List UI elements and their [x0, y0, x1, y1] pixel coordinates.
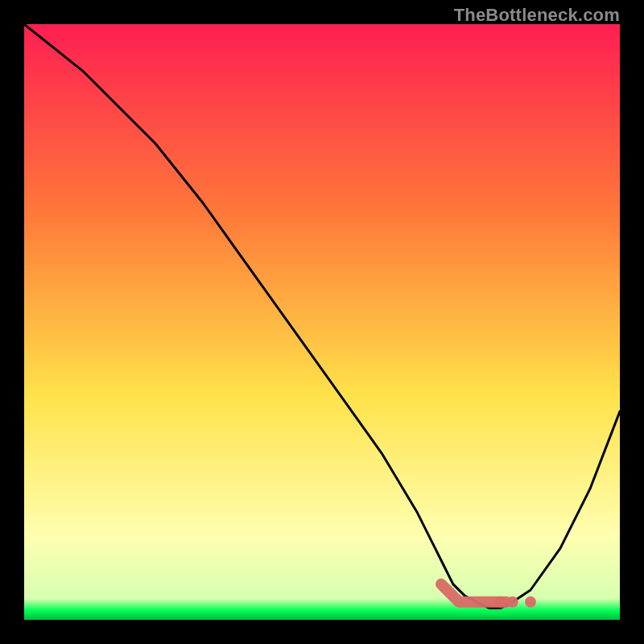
chart-plot-area — [24, 24, 620, 620]
watermark-label: TheBottleneck.com — [454, 5, 620, 26]
heatmap-gradient — [24, 24, 620, 620]
